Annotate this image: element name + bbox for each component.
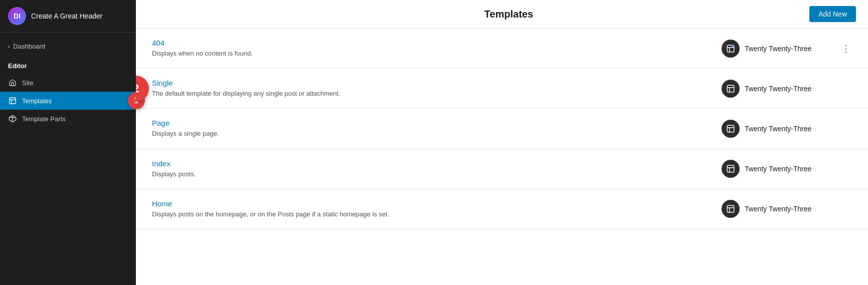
template-desc-home: Displays posts on the homepage, or on th… bbox=[152, 210, 722, 219]
theme-name-index: Twenty Twenty-Three bbox=[745, 165, 812, 173]
theme-icon-index bbox=[722, 160, 740, 178]
back-label: Dashboard bbox=[13, 43, 45, 50]
svg-point-5 bbox=[732, 45, 734, 47]
template-theme-index: Twenty Twenty-Three bbox=[722, 160, 832, 178]
sidebar-item-label-templates: Templates bbox=[22, 97, 52, 105]
template-theme-home: Twenty Twenty-Three bbox=[722, 200, 832, 218]
sidebar-item-templates[interactable]: Templates 1 bbox=[0, 92, 136, 110]
theme-name-single: Twenty Twenty-Three bbox=[745, 85, 812, 93]
template-info-home: Home Displays posts on the homepage, or … bbox=[152, 199, 722, 219]
back-to-dashboard[interactable]: ‹ Dashboard bbox=[0, 39, 136, 54]
template-row-home: Home Displays posts on the homepage, or … bbox=[136, 189, 868, 229]
template-row-index: Index Displays posts. Twenty Twenty-Thre… bbox=[136, 149, 868, 189]
sidebar-nav: ‹ Dashboard Editor Site Templates bbox=[0, 33, 136, 134]
add-new-button[interactable]: Add New bbox=[809, 6, 856, 22]
home-icon bbox=[8, 78, 17, 87]
theme-icon-home bbox=[722, 200, 740, 218]
sidebar-item-template-parts[interactable]: Template Parts bbox=[0, 110, 136, 128]
theme-name-home: Twenty Twenty-Three bbox=[745, 205, 812, 213]
svg-rect-8 bbox=[727, 165, 734, 172]
svg-rect-6 bbox=[727, 85, 734, 92]
brand-logo: DI bbox=[8, 7, 26, 25]
sidebar-item-site[interactable]: Site bbox=[0, 74, 136, 92]
template-info-page: Page Displays a single page. bbox=[152, 119, 722, 138]
template-desc-page: Displays a single page. bbox=[152, 129, 722, 138]
template-name-page[interactable]: Page bbox=[152, 119, 722, 127]
sidebar-item-label-site: Site bbox=[22, 79, 33, 87]
theme-icon-single bbox=[722, 80, 740, 98]
page-title: Templates bbox=[208, 9, 809, 20]
sidebar-title: Create A Great Header bbox=[31, 12, 102, 21]
main-header: Templates Add New bbox=[136, 0, 868, 29]
template-row-page: Page Displays a single page. Twenty Twen… bbox=[136, 109, 868, 149]
chevron-left-icon: ‹ bbox=[8, 43, 10, 50]
template-info-404: 404 Displays when no content is found. bbox=[152, 39, 722, 58]
template-list: 404 Displays when no content is found. T… bbox=[136, 29, 868, 229]
template-info-single: Single The default template for displayi… bbox=[152, 79, 722, 98]
templates-icon bbox=[8, 96, 17, 105]
template-name-single[interactable]: Single bbox=[152, 79, 722, 87]
template-list-container: 404 Displays when no content is found. T… bbox=[136, 29, 868, 285]
theme-name-page: Twenty Twenty-Three bbox=[745, 125, 812, 133]
template-theme-404: Twenty Twenty-Three bbox=[722, 40, 832, 58]
theme-icon-404 bbox=[722, 40, 740, 58]
template-desc-single: The default template for displaying any … bbox=[152, 89, 722, 98]
svg-rect-7 bbox=[727, 125, 734, 132]
sidebar-header: DI Create A Great Header bbox=[0, 0, 136, 33]
step-2-badge: 2 bbox=[136, 76, 149, 102]
template-row-single: 2 Single The default template for displa… bbox=[136, 69, 868, 109]
template-theme-page: Twenty Twenty-Three bbox=[722, 120, 832, 138]
template-info-index: Index Displays posts. bbox=[152, 159, 722, 179]
template-desc-index: Displays posts. bbox=[152, 170, 722, 179]
parts-icon bbox=[8, 114, 17, 123]
theme-icon-page bbox=[722, 120, 740, 138]
template-row: 404 Displays when no content is found. T… bbox=[136, 29, 868, 69]
theme-name-404: Twenty Twenty-Three bbox=[745, 45, 812, 53]
main-area: Templates Add New 404 Displays when no c… bbox=[136, 0, 868, 285]
template-name-404[interactable]: 404 bbox=[152, 39, 722, 47]
template-more-404[interactable]: ⋮ bbox=[840, 43, 852, 54]
template-name-index[interactable]: Index bbox=[152, 159, 722, 168]
editor-section-label: Editor bbox=[0, 54, 136, 74]
template-name-home[interactable]: Home bbox=[152, 199, 722, 208]
template-theme-single: Twenty Twenty-Three bbox=[722, 80, 832, 98]
sidebar: DI Create A Great Header ‹ Dashboard Edi… bbox=[0, 0, 136, 285]
svg-rect-0 bbox=[10, 98, 16, 104]
sidebar-item-label-parts: Template Parts bbox=[22, 115, 66, 123]
template-desc-404: Displays when no content is found. bbox=[152, 49, 722, 58]
svg-rect-9 bbox=[727, 206, 734, 213]
